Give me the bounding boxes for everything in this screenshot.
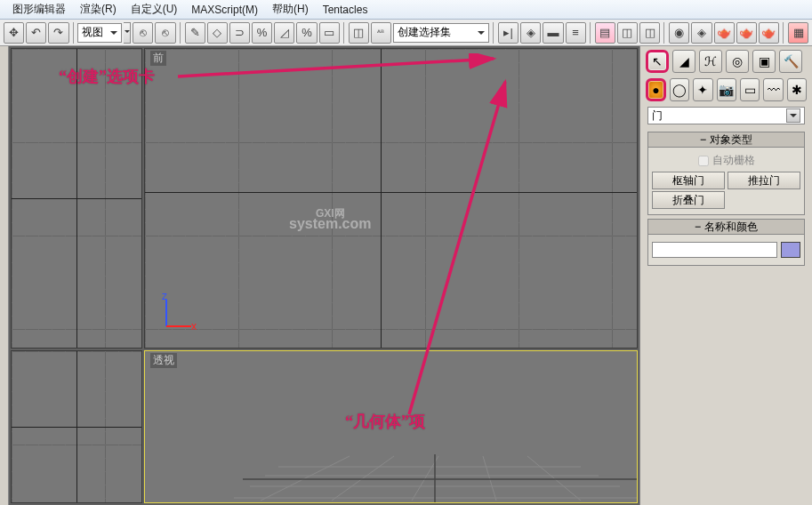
- viewports-area: 前 z x 透视: [9, 46, 639, 505]
- object-category-value: 门: [652, 108, 663, 124]
- viewport-perspective[interactable]: 透视: [144, 350, 638, 503]
- rollout-object-type-body: 自动栅格 枢轴门 推拉门 折叠门: [647, 148, 805, 215]
- autogrid-label: 自动栅格: [712, 153, 755, 168]
- hierarchy-tab[interactable]: ℋ: [699, 50, 722, 73]
- rollout-name-color-hdr[interactable]: 名称和颜色: [647, 219, 805, 235]
- viewport-front[interactable]: 前 z x: [144, 48, 638, 349]
- command-panel: ↖ ◢ ℋ ◎ ▣ 🔨 ● ◯ ✦ 📷 ▭ 〰 ✱ 门 对象类型 自动栅格: [639, 46, 812, 505]
- menu-gfx[interactable]: 图形编辑器: [5, 0, 73, 19]
- snap-3d-icon[interactable]: ◇: [207, 22, 228, 44]
- material-icon[interactable]: ◉: [669, 22, 689, 44]
- redo-icon[interactable]: ↷: [48, 22, 68, 44]
- wall-icon[interactable]: ▦: [788, 22, 808, 44]
- display-tab[interactable]: ▣: [752, 50, 776, 73]
- move-icon[interactable]: ✥: [4, 22, 24, 44]
- unlink-icon[interactable]: ⎋: [155, 22, 175, 44]
- link-icon[interactable]: ⎋: [133, 22, 153, 44]
- bifold-door-button[interactable]: 折叠门: [652, 191, 725, 209]
- spinner-snap-icon[interactable]: %: [296, 22, 317, 44]
- autogrid-checkbox-row: 自动栅格: [652, 151, 800, 170]
- viewport-top-left[interactable]: [11, 48, 142, 349]
- snap-angle-icon[interactable]: ✎: [185, 22, 205, 44]
- dope-sheet-icon[interactable]: ◫: [639, 22, 660, 44]
- render-last-icon[interactable]: 🫖: [759, 22, 779, 44]
- systems-subtab[interactable]: ✱: [787, 78, 807, 101]
- sliding-door-button[interactable]: 推拉门: [728, 172, 800, 189]
- svg-line-11: [483, 456, 496, 501]
- menu-bar: 图形编辑器 渲染(R) 自定义(U) MAXScript(M) 帮助(H) Te…: [0, 0, 812, 20]
- rollout-object-type-hdr[interactable]: 对象类型: [647, 132, 805, 148]
- snap-percent-icon[interactable]: %: [252, 22, 272, 44]
- helpers-subtab[interactable]: ▭: [740, 78, 760, 101]
- layer-icon[interactable]: ≡: [566, 22, 586, 44]
- viewport-label-front: 前: [150, 51, 166, 66]
- left-dock: [0, 46, 9, 505]
- axis-gizmo-icon: z x: [159, 298, 195, 333]
- shapes-subtab[interactable]: ◯: [670, 78, 689, 101]
- cp-sub-tabs: ● ◯ ✦ 📷 ▭ 〰 ✱: [640, 75, 812, 103]
- cameras-subtab[interactable]: 📷: [717, 78, 736, 101]
- quick-render-icon[interactable]: 🫖: [736, 22, 757, 44]
- motion-tab[interactable]: ◎: [726, 50, 749, 73]
- object-name-field[interactable]: [652, 242, 777, 258]
- menu-help[interactable]: 帮助(H): [265, 0, 316, 19]
- lights-subtab[interactable]: ✦: [693, 78, 712, 101]
- undo-icon[interactable]: ↶: [26, 22, 46, 44]
- abc-icon[interactable]: ᴬᴮ: [371, 22, 391, 44]
- pivot-door-button[interactable]: 枢轴门: [652, 172, 725, 189]
- object-category-dropdown[interactable]: 门: [647, 107, 805, 124]
- view-dropdown[interactable]: 视图: [77, 23, 122, 43]
- mirror-icon[interactable]: ▭: [319, 22, 340, 44]
- render-setup-icon[interactable]: ◈: [691, 22, 712, 44]
- menu-maxscript[interactable]: MAXScript(M): [184, 2, 265, 18]
- erase-icon[interactable]: ◈: [520, 22, 541, 44]
- color-swatch[interactable]: [781, 242, 800, 258]
- align-icon[interactable]: ◫: [349, 22, 369, 44]
- svg-line-9: [332, 456, 394, 501]
- svg-line-8: [261, 456, 350, 501]
- autogrid-checkbox[interactable]: [698, 156, 709, 166]
- modify-tab[interactable]: ◢: [672, 50, 695, 73]
- utilities-tab[interactable]: 🔨: [779, 50, 802, 73]
- angle-snap-icon[interactable]: ◿: [274, 22, 294, 44]
- perspective-grid: [145, 351, 637, 502]
- selection-set-dropdown[interactable]: 创建选择集: [393, 23, 489, 43]
- svg-line-12: [527, 456, 581, 501]
- block-icon[interactable]: ▬: [543, 22, 563, 44]
- rollout-name-color-body: [647, 235, 805, 266]
- svg-text:z: z: [162, 290, 167, 302]
- render-icon[interactable]: 🫖: [714, 22, 735, 44]
- curve-editor-icon[interactable]: ◫: [617, 22, 638, 44]
- spacewarps-subtab[interactable]: 〰: [763, 78, 783, 101]
- snap-magnet-icon[interactable]: ⊃: [229, 22, 250, 44]
- view-flyout-icon[interactable]: [124, 22, 131, 44]
- cp-main-tabs: ↖ ◢ ℋ ◎ ▣ 🔨: [640, 46, 812, 75]
- viewport-bottom-left[interactable]: [11, 350, 142, 503]
- menu-tentacles[interactable]: Tentacles: [316, 2, 375, 18]
- svg-text:x: x: [191, 320, 197, 333]
- menu-render[interactable]: 渲染(R): [73, 0, 124, 19]
- create-tab[interactable]: ↖: [646, 50, 669, 73]
- axis-flyout-icon[interactable]: ▸|: [498, 22, 519, 44]
- main-toolbar: ✥ ↶ ↷ 视图 ⎋ ⎋ ✎ ◇ ⊃ % ◿ % ▭ ◫ ᴬᴮ 创建选择集 ▸|…: [0, 20, 812, 46]
- layers-list-icon[interactable]: ▤: [595, 22, 615, 44]
- menu-customize[interactable]: 自定义(U): [124, 0, 185, 19]
- geometry-subtab[interactable]: ●: [646, 78, 666, 101]
